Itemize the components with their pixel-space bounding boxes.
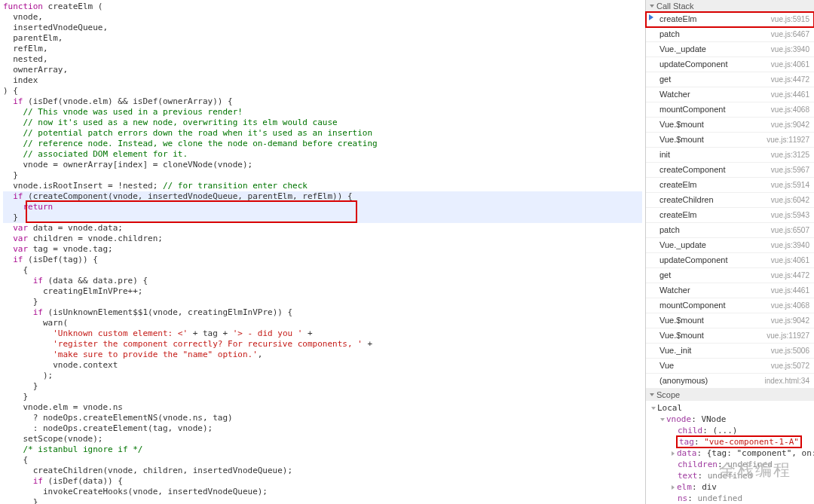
stack-frame[interactable]: getvue.js:4472 <box>646 268 814 283</box>
stack-frame[interactable]: Vue.$mountvue.js:11927 <box>646 328 814 344</box>
stack-frame[interactable]: getvue.js:4472 <box>646 72 814 87</box>
scope-header[interactable]: Scope <box>646 389 814 401</box>
stack-frame[interactable]: Vue._initvue.js:5006 <box>646 344 814 359</box>
stack-frame[interactable]: updateComponentvue.js:4061 <box>646 253 814 268</box>
stack-frame[interactable]: initvue.js:3125 <box>646 148 814 163</box>
stack-frame[interactable]: patchvue.js:6507 <box>646 223 814 238</box>
code-editor[interactable]: function createElm ( vnode, insertedVnod… <box>0 0 645 504</box>
stack-frame[interactable]: Vue.$mountvue.js:9042 <box>646 313 814 328</box>
stack-frame[interactable]: (anonymous)index.html:34 <box>646 374 814 389</box>
scope-tree: Local vnode: VNode child: (...) tag: "vu… <box>646 401 814 504</box>
stack-frame[interactable]: createElmvue.js:5915 <box>646 12 814 27</box>
stack-frame[interactable]: patchvue.js:6467 <box>646 27 814 42</box>
callstack-header[interactable]: Call Stack <box>646 0 814 12</box>
stack-frame[interactable]: updateComponentvue.js:4061 <box>646 57 814 72</box>
debugger-sidebar: Call Stack createElmvue.js:5915patchvue.… <box>645 0 814 504</box>
stack-frame[interactable]: mountComponentvue.js:4068 <box>646 298 814 313</box>
stack-frame[interactable]: createElmvue.js:5943 <box>646 208 814 223</box>
stack-frame[interactable]: Vuevue.js:5072 <box>646 359 814 374</box>
stack-frame[interactable]: createComponentvue.js:5967 <box>646 163 814 178</box>
stack-frame[interactable]: Watchervue.js:4461 <box>646 87 814 102</box>
stack-frame[interactable]: Vue.$mountvue.js:11927 <box>646 133 814 148</box>
stack-frame[interactable]: Vue.$mountvue.js:9042 <box>646 118 814 133</box>
stack-frame[interactable]: Vue._updatevue.js:3940 <box>646 42 814 57</box>
stack-frame[interactable]: Watchervue.js:4461 <box>646 283 814 298</box>
current-frame-icon <box>649 14 653 20</box>
stack-frame[interactable]: mountComponentvue.js:4068 <box>646 102 814 118</box>
stack-frame[interactable]: Vue._updatevue.js:3940 <box>646 238 814 253</box>
stack-frame[interactable]: createElmvue.js:5914 <box>646 178 814 193</box>
stack-frame[interactable]: createChildrenvue.js:6042 <box>646 193 814 208</box>
callstack-list: createElmvue.js:5915patchvue.js:6467Vue.… <box>646 12 814 389</box>
